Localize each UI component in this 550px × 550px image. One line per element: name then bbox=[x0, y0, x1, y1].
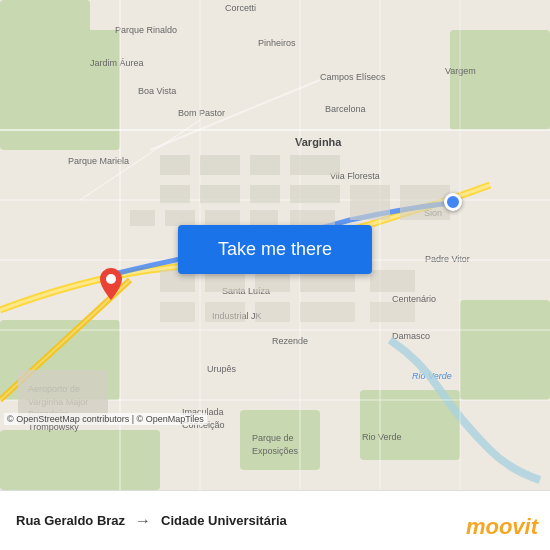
moovit-logo: moovit bbox=[466, 514, 538, 540]
svg-point-40 bbox=[106, 274, 116, 284]
green-area-5 bbox=[360, 390, 460, 460]
moovit-logo-text: moovit bbox=[466, 514, 538, 540]
green-area-3 bbox=[0, 320, 120, 400]
green-area-6 bbox=[460, 300, 550, 400]
route-to: Cidade Universitária bbox=[161, 513, 287, 528]
green-area-2 bbox=[450, 30, 550, 130]
map-attribution: © OpenStreetMap contributors | © OpenMap… bbox=[4, 413, 207, 425]
map-container: Corcetti Parque Rinaldo Pinheiros Jardim… bbox=[0, 0, 550, 490]
green-area-4 bbox=[240, 410, 320, 470]
route-arrow: → bbox=[135, 512, 151, 530]
take-me-there-button[interactable]: Take me there bbox=[178, 225, 372, 274]
green-area-7 bbox=[0, 430, 160, 490]
green-area bbox=[0, 30, 120, 150]
destination-marker bbox=[100, 268, 122, 300]
bottom-bar: Rua Geraldo Braz → Cidade Universitária … bbox=[0, 490, 550, 550]
route-from: Rua Geraldo Braz bbox=[16, 513, 125, 528]
origin-marker bbox=[444, 193, 462, 211]
